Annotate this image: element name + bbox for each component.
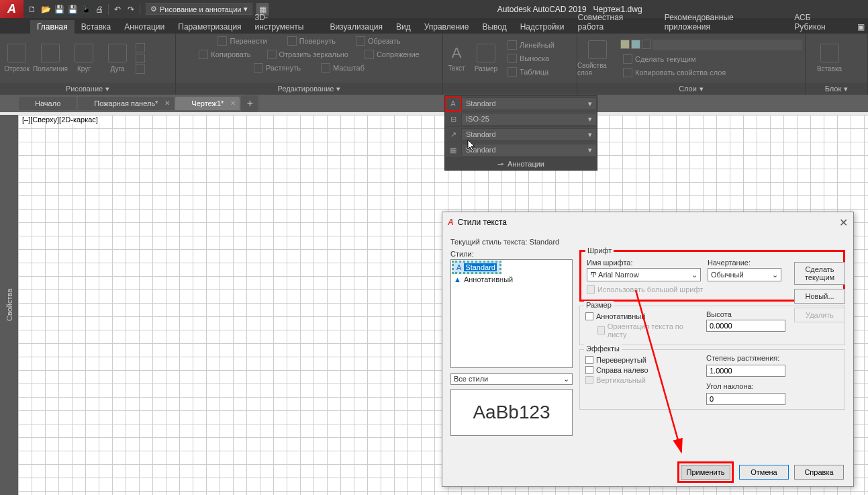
- text-style-icon[interactable]: A: [445, 96, 461, 111]
- flyout-footer[interactable]: ⊸Аннотации: [445, 158, 597, 170]
- ribbon-minimize[interactable]: ▣: [851, 20, 864, 34]
- mobile-icon[interactable]: 📱: [80, 3, 92, 15]
- tab-visualize[interactable]: Визуализация: [323, 20, 389, 34]
- apply-button[interactable]: Применить: [681, 465, 730, 480]
- scale-button[interactable]: Масштаб: [317, 62, 369, 74]
- viewport-controls[interactable]: [–][Сверху][2D-каркас]: [21, 116, 99, 124]
- new-button[interactable]: Новый...: [794, 289, 845, 304]
- undo-icon[interactable]: ↶: [111, 3, 124, 15]
- tab-parametric[interactable]: Параметризация: [171, 20, 248, 34]
- properties-palette-tab[interactable]: Свойства: [0, 115, 18, 495]
- insert-button[interactable]: Вставка: [811, 35, 848, 82]
- dialog-titlebar[interactable]: A Стили текста ✕: [442, 212, 853, 232]
- stretch-button[interactable]: Растянуть: [250, 62, 305, 74]
- ribbon: Отрезок Полилиния Круг Дуга Рисование ▾ …: [0, 34, 868, 95]
- freeze-icon[interactable]: [631, 40, 640, 49]
- misc-icon[interactable]: [136, 64, 145, 74]
- tab-home[interactable]: Главная: [30, 20, 75, 34]
- lock-icon[interactable]: [642, 40, 651, 49]
- text-icon: A: [452, 44, 462, 62]
- make-current-button[interactable]: Сделать текущим: [619, 53, 804, 65]
- app-logo[interactable]: A: [0, 0, 23, 18]
- close-button[interactable]: ✕: [839, 216, 848, 229]
- tab-output[interactable]: Вывод: [475, 20, 513, 34]
- linear-button[interactable]: Линейный: [503, 39, 559, 51]
- width-factor-input[interactable]: [706, 365, 785, 377]
- tab-manage[interactable]: Управление: [418, 20, 476, 34]
- help-button[interactable]: Справка: [794, 465, 844, 480]
- misc-icon[interactable]: [136, 54, 145, 63]
- upside-down-checkbox[interactable]: Перевернутый: [585, 356, 693, 364]
- doctab-drawing1[interactable]: Чертеж1*✕: [175, 97, 240, 110]
- tab-addins[interactable]: Надстройки: [514, 20, 571, 34]
- layer-props-button[interactable]: Свойства слоя: [577, 35, 618, 82]
- new-tab-button[interactable]: +: [241, 95, 258, 111]
- layer-dropdown[interactable]: [653, 40, 802, 50]
- misc-icon[interactable]: [136, 43, 145, 52]
- rotate-icon: [287, 36, 297, 46]
- workspace-dropdown[interactable]: ⚙ Рисование и аннотации ▾: [146, 3, 252, 15]
- open-icon[interactable]: 📂: [40, 3, 52, 15]
- leader-icon: [508, 54, 517, 63]
- leader-style-icon[interactable]: ↗: [445, 127, 461, 142]
- panel-title-anno[interactable]: [443, 83, 577, 95]
- leader-style-dropdown[interactable]: Standard▾: [461, 128, 597, 141]
- leader-button[interactable]: Выноска: [503, 52, 559, 64]
- trim-button[interactable]: Обрезать: [352, 35, 405, 47]
- dimension-button[interactable]: Размер: [470, 35, 502, 82]
- effects-legend: Эффекты: [584, 345, 622, 353]
- plot-icon[interactable]: 🖨: [93, 3, 105, 15]
- text-style-dropdown[interactable]: Standard▾: [461, 97, 597, 110]
- font-name-combo[interactable]: Ͳ Arial Narrow⌄: [587, 268, 701, 281]
- dim-style-dropdown[interactable]: ISO-25▾: [461, 113, 597, 126]
- font-style-combo[interactable]: Обычный⌄: [708, 268, 781, 281]
- tab-3dtools[interactable]: 3D-инструменты: [248, 11, 324, 34]
- save-icon[interactable]: 💾: [53, 3, 65, 15]
- mirror-button[interactable]: Отразить зеркально: [263, 48, 352, 60]
- tab-featured[interactable]: Рекомендованные приложения: [658, 11, 788, 34]
- panel-title-layers[interactable]: Слои ▾: [577, 83, 805, 95]
- tab-asb[interactable]: АСБ Рубикон: [787, 11, 851, 34]
- arc-button[interactable]: Дуга: [101, 35, 134, 82]
- table-style-icon[interactable]: ▦: [445, 142, 461, 158]
- move-button[interactable]: Перенести: [213, 35, 271, 47]
- style-item-standard[interactable]: A Standard: [452, 261, 501, 274]
- dim-style-icon[interactable]: ⊟: [445, 111, 461, 127]
- backwards-checkbox[interactable]: Справа налево: [585, 366, 693, 374]
- tab-insert[interactable]: Вставка: [75, 20, 118, 34]
- polyline-button[interactable]: Полилиния: [34, 35, 67, 82]
- chevron-down-icon: ▾: [588, 130, 592, 139]
- oblique-input[interactable]: [706, 393, 785, 405]
- tab-view[interactable]: Вид: [389, 20, 418, 34]
- style-filter-dropdown[interactable]: Все стили⌄: [450, 373, 573, 385]
- tab-annotate[interactable]: Аннотации: [117, 20, 171, 34]
- table-style-dropdown[interactable]: Standard▾: [461, 144, 597, 156]
- style-item-annotative[interactable]: ▲ Аннотативный: [451, 275, 572, 284]
- panel-title-block[interactable]: Блок ▾: [806, 83, 867, 95]
- set-current-button[interactable]: Сделать текущим: [794, 262, 845, 285]
- annotative-checkbox[interactable]: Аннотативный: [585, 312, 693, 320]
- styles-listbox[interactable]: A Standard ▲ Аннотативный: [450, 259, 573, 368]
- fillet-button[interactable]: Сопряжение: [360, 48, 424, 60]
- bulb-icon[interactable]: [620, 40, 630, 49]
- copy-layer-props-button[interactable]: Копировать свойства слоя: [619, 66, 804, 79]
- circle-button[interactable]: Круг: [67, 35, 101, 82]
- panel-title-draw[interactable]: Рисование ▾: [0, 83, 175, 95]
- tab-collaborate[interactable]: Совместная работа: [571, 11, 658, 34]
- close-icon[interactable]: ✕: [164, 99, 170, 107]
- doctab-fire-panel[interactable]: Пожарная панель*✕: [78, 97, 174, 110]
- text-button[interactable]: AТекст: [443, 35, 470, 82]
- new-icon[interactable]: 🗋: [26, 3, 38, 15]
- close-icon[interactable]: ✕: [230, 99, 236, 107]
- copy-button[interactable]: Копировать: [195, 48, 254, 60]
- doctab-start[interactable]: Начало: [19, 97, 77, 110]
- panel-title-modify[interactable]: Редактирование ▾: [176, 83, 442, 95]
- height-input[interactable]: [706, 320, 785, 332]
- line-icon: [7, 44, 26, 62]
- rotate-button[interactable]: Повернуть: [283, 35, 340, 47]
- saveas-icon[interactable]: 💾: [66, 3, 79, 15]
- table-button[interactable]: Таблица: [503, 66, 559, 78]
- redo-icon[interactable]: ↷: [125, 3, 137, 15]
- cancel-button[interactable]: Отмена: [739, 465, 789, 480]
- line-button[interactable]: Отрезок: [0, 35, 34, 82]
